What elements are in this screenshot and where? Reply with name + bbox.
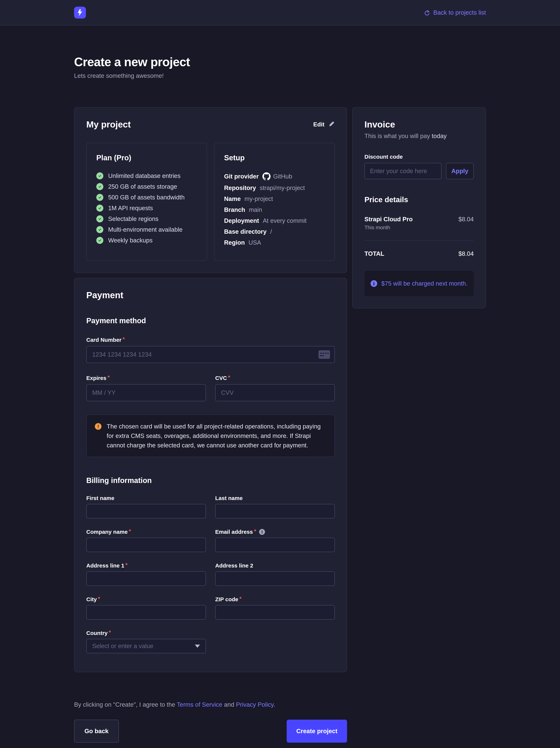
plan-feature: Multi-environment available (96, 226, 197, 233)
privacy-policy-link[interactable]: Privacy Policy (236, 701, 273, 708)
plan-feature: Selectable regions (96, 215, 197, 223)
expires-label: Expires (86, 375, 106, 381)
card-usage-notice: ! The chosen card will be used for all p… (86, 415, 335, 457)
required-mark: * (254, 528, 256, 534)
invoice-line-item: Strapi Cloud Pro This month $8.04 (364, 216, 474, 231)
email-label: Email address (215, 529, 253, 535)
next-month-note-text: $75 will be charged next month. (381, 280, 468, 287)
lightning-glyph (76, 8, 84, 17)
check-icon (96, 237, 103, 244)
check-icon (96, 183, 103, 190)
top-navigation-bar: Back to projects list (0, 0, 560, 26)
edit-button[interactable]: Edit (313, 121, 335, 128)
expires-field: Expires * (86, 363, 206, 401)
terms-agreement-text: By clicking on "Create", I agree to the … (74, 701, 347, 708)
project-card-title: My project (86, 119, 131, 130)
plan-title: Plan (Pro) (96, 154, 197, 162)
my-project-card: My project Edit Plan (Pro) (74, 107, 347, 273)
first-name-label: First name (86, 495, 115, 501)
setup-row: Region USA (224, 239, 325, 246)
setup-row: Repository strapi/my-project (224, 184, 325, 191)
apply-button[interactable]: Apply (446, 163, 474, 179)
required-mark: * (239, 595, 242, 602)
setup-summary-card: Setup Git provider GitHub Repository str… (214, 143, 335, 261)
card-number-label: Card Number (86, 337, 121, 343)
plan-feature: 250 GB of assets storage (96, 183, 197, 190)
first-name-field: First name (86, 485, 206, 518)
chevron-down-icon (195, 645, 200, 648)
first-name-input[interactable] (86, 504, 206, 518)
company-name-input[interactable] (86, 538, 206, 552)
total-amount: $8.04 (458, 250, 474, 257)
payment-card: Payment Payment method Card Number * (74, 278, 347, 672)
country-field: Country * Select or enter a value (86, 620, 206, 653)
back-to-projects-link[interactable]: Back to projects list (423, 9, 486, 16)
credit-card-icon (318, 350, 330, 359)
expires-input[interactable] (86, 384, 206, 401)
address-line2-field: Address line 2 (215, 552, 335, 586)
required-mark: * (109, 629, 111, 635)
warning-icon: ! (95, 423, 101, 430)
check-icon (96, 194, 103, 201)
info-icon: i (370, 280, 377, 287)
line-item-amount: $8.04 (458, 216, 474, 223)
info-icon: i (259, 529, 265, 535)
page-header: Create a new project Lets create somethi… (74, 55, 486, 79)
required-mark: * (125, 562, 128, 568)
zip-code-input[interactable] (215, 605, 335, 620)
email-input[interactable] (215, 538, 335, 552)
create-project-button[interactable]: Create project (287, 720, 347, 743)
country-select[interactable]: Select or enter a value (86, 639, 206, 653)
page-title: Create a new project (74, 55, 486, 69)
edit-label: Edit (313, 121, 324, 128)
plan-feature: 500 GB of assets bandwidth (96, 194, 197, 201)
plan-feature: Unlimited database entries (96, 172, 197, 180)
company-name-label: Company name (86, 529, 128, 535)
card-usage-notice-text: The chosen card will be used for all pro… (107, 422, 326, 450)
invoice-title: Invoice (364, 119, 474, 130)
zip-code-field: ZIP code * (215, 586, 335, 620)
page-subtitle: Lets create something awesome! (74, 72, 486, 79)
city-label: City (86, 596, 97, 603)
address-line2-input[interactable] (215, 571, 335, 586)
setup-row: Branch main (224, 206, 325, 213)
go-back-button[interactable]: Go back (74, 720, 119, 743)
line-item-name: Strapi Cloud Pro (364, 216, 413, 223)
invoice-panel: Invoice This is what you will pay today … (352, 107, 486, 308)
setup-row: Deployment At every commit (224, 217, 325, 224)
address-line2-label: Address line 2 (215, 562, 253, 569)
setup-row: Base directory / (224, 228, 325, 235)
card-number-input[interactable] (86, 346, 335, 363)
back-label: Back to projects list (433, 9, 486, 16)
line-item-period: This month (364, 225, 413, 231)
required-mark: * (107, 374, 109, 380)
plan-feature: Weekly backups (96, 237, 197, 244)
plan-feature-list: Unlimited database entries 250 GB of ass… (96, 172, 197, 244)
city-field: City * (86, 586, 206, 620)
invoice-divider (364, 240, 474, 240)
cvc-input[interactable] (215, 384, 335, 401)
billing-title: Billing information (86, 476, 335, 485)
check-icon (96, 205, 103, 212)
setup-row: Name my-project (224, 195, 325, 202)
required-mark: * (98, 595, 100, 602)
city-input[interactable] (86, 605, 206, 620)
address-line1-field: Address line 1 * (86, 552, 206, 586)
address-line1-input[interactable] (86, 571, 206, 586)
setup-row-git-provider: Git provider GitHub (224, 172, 325, 181)
discount-code-label: Discount code (364, 154, 474, 160)
required-mark: * (228, 374, 230, 380)
strapi-cloud-logo[interactable] (74, 7, 86, 19)
discount-code-input[interactable] (364, 163, 441, 179)
invoice-total-row: TOTAL $8.04 (364, 250, 474, 257)
check-icon (96, 172, 103, 180)
next-month-note: i $75 will be charged next month. (364, 271, 474, 296)
last-name-input[interactable] (215, 504, 335, 518)
main-column: My project Edit Plan (Pro) (74, 107, 347, 672)
company-name-field: Company name * (86, 518, 206, 552)
last-name-field: Last name (215, 485, 335, 518)
payment-title: Payment (86, 290, 335, 300)
total-label: TOTAL (364, 250, 384, 257)
terms-of-service-link[interactable]: Terms of Service (177, 701, 222, 708)
required-mark: * (123, 336, 125, 342)
